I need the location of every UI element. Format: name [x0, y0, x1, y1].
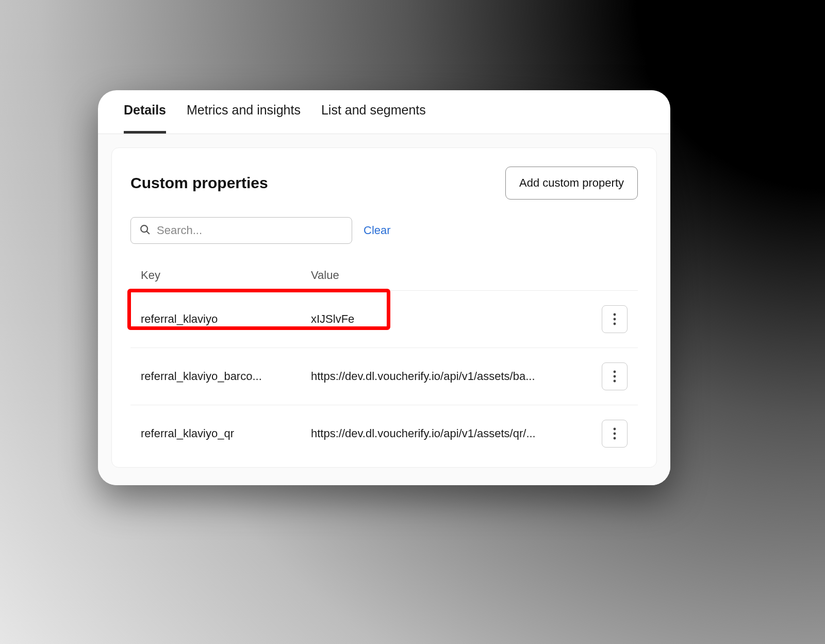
svg-point-7	[614, 380, 616, 383]
cell-value: https://dev.dl.voucherify.io/api/v1/asse…	[311, 370, 591, 383]
cell-key: referral_klaviyo	[141, 312, 311, 326]
cell-value: xIJSlvFe	[311, 312, 591, 326]
search-box[interactable]	[130, 217, 352, 244]
tabs: Details Metrics and insights List and se…	[98, 90, 670, 134]
row-actions-button[interactable]	[602, 362, 628, 390]
cell-actions	[591, 305, 628, 333]
table-row: referral_klaviyo xIJSlvFe	[130, 291, 638, 348]
tab-list-segments[interactable]: List and segments	[321, 103, 426, 134]
properties-table: Key Value referral_klaviyo xIJSlvFe	[130, 261, 638, 462]
add-custom-property-button[interactable]: Add custom property	[505, 167, 638, 200]
cell-value: https://dev.dl.voucherify.io/api/v1/asse…	[311, 427, 591, 440]
kebab-icon	[613, 313, 616, 325]
panel-container: Custom properties Add custom property Cl…	[98, 134, 670, 485]
search-input[interactable]	[157, 224, 343, 237]
table-header: Key Value	[130, 261, 638, 291]
column-header-key: Key	[141, 269, 311, 282]
svg-point-8	[614, 428, 616, 431]
panel-title: Custom properties	[130, 174, 268, 192]
svg-point-4	[614, 323, 616, 325]
svg-point-2	[614, 313, 616, 316]
cell-actions	[591, 420, 628, 448]
column-header-value: Value	[311, 269, 591, 282]
svg-point-10	[614, 437, 616, 440]
cell-key: referral_klaviyo_qr	[141, 427, 311, 440]
kebab-icon	[613, 427, 616, 440]
cell-actions	[591, 362, 628, 390]
search-icon	[139, 224, 151, 237]
table-row: referral_klaviyo_qr https://dev.dl.vouch…	[130, 405, 638, 462]
tab-metrics-insights[interactable]: Metrics and insights	[187, 103, 301, 134]
row-actions-button[interactable]	[602, 305, 628, 333]
svg-point-9	[614, 433, 616, 435]
panel-header: Custom properties Add custom property	[130, 167, 638, 200]
tab-details[interactable]: Details	[124, 103, 166, 134]
svg-line-1	[147, 232, 150, 234]
search-row: Clear	[130, 217, 638, 244]
svg-point-5	[614, 371, 616, 373]
window: Details Metrics and insights List and se…	[98, 90, 670, 485]
table-row: referral_klaviyo_barco... https://dev.dl…	[130, 348, 638, 405]
custom-properties-panel: Custom properties Add custom property Cl…	[111, 147, 657, 468]
svg-point-6	[614, 375, 616, 378]
row-actions-button[interactable]	[602, 420, 628, 448]
kebab-icon	[613, 370, 616, 383]
cell-key: referral_klaviyo_barco...	[141, 370, 311, 383]
svg-point-3	[614, 318, 616, 321]
clear-search-link[interactable]: Clear	[364, 224, 391, 237]
